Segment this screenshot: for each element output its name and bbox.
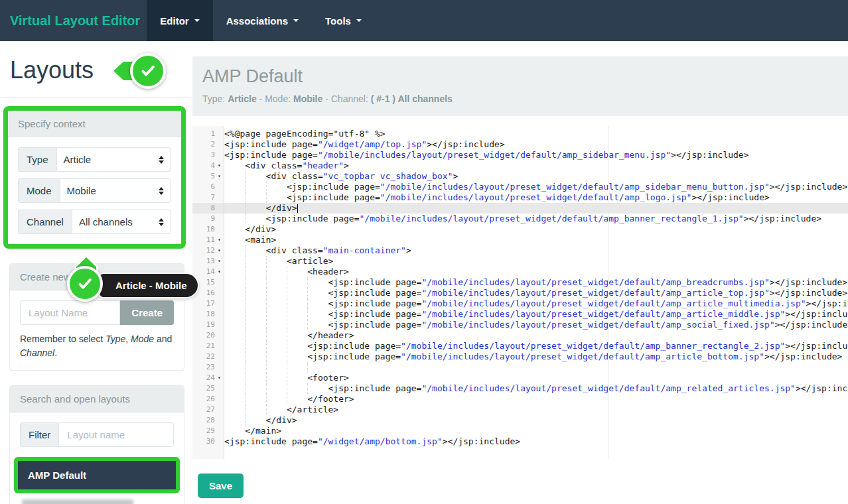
indent-guide	[245, 182, 246, 192]
line-number: 20	[192, 330, 215, 341]
specify-context-header: Specify context	[8, 111, 181, 137]
code-line: <jsp:include page="/mobile/includes/layo…	[224, 351, 848, 362]
indent-guide	[307, 362, 308, 373]
indent-guide	[266, 341, 267, 351]
indent-guide	[266, 277, 267, 288]
gutter-line: 28	[192, 415, 224, 426]
indent-guide	[307, 309, 308, 320]
code-line: </div>	[224, 224, 848, 235]
indent-guide	[266, 192, 267, 203]
channel-label: Channel	[18, 210, 72, 234]
check-icon	[139, 62, 157, 80]
filter-input[interactable]	[58, 422, 174, 447]
line-number: 14	[192, 267, 215, 277]
code-line: </main>	[224, 426, 848, 436]
line-number: 5	[192, 171, 215, 182]
channel-select[interactable]: All channels	[72, 210, 171, 234]
gutter-line: 10	[192, 224, 224, 235]
indent-guide	[245, 256, 246, 267]
indent-guide	[245, 341, 246, 351]
line-number: 3	[192, 150, 215, 160]
indent-guide	[245, 383, 246, 394]
indent-guide	[287, 383, 287, 394]
line-number: 24	[192, 373, 215, 383]
gutter-line: 9	[192, 214, 224, 224]
top-navbar: Virtual Layout Editor EditorAssociations…	[0, 0, 848, 41]
line-number: 25	[192, 383, 215, 394]
fold-arrow-icon[interactable]: ▾	[215, 235, 224, 245]
nav-item-associations[interactable]: Associations	[213, 0, 312, 41]
code-line: <jsp:include page="/mobile/includes/layo…	[224, 320, 848, 330]
fold-arrow-icon[interactable]: ▾	[215, 171, 224, 182]
fold-arrow-icon[interactable]: ▾	[215, 373, 224, 383]
divider	[0, 97, 192, 97]
filter-label: Filter	[20, 422, 58, 447]
gutter-line: 4▾	[192, 160, 224, 171]
save-button[interactable]: Save	[198, 473, 244, 498]
type-select[interactable]: Article	[56, 147, 171, 172]
code-line: <jsp:include page="/mobile/includes/layo…	[224, 298, 848, 309]
gutter-line: 25	[192, 383, 224, 394]
code-line: <jsp:include page="/mobile/includes/layo…	[224, 309, 848, 320]
indent-guide	[266, 298, 267, 309]
caret-down-icon	[356, 19, 362, 22]
layouts-check-badge	[130, 53, 166, 89]
create-hint-text: Remember to select Type, Mode and Channe…	[20, 332, 174, 360]
line-number: 13	[192, 256, 215, 267]
nav-item-tools[interactable]: Tools	[312, 0, 375, 41]
indent-guide	[245, 267, 246, 277]
code-editor[interactable]: 1234▾5▾67891011▾12▾13▾14▾151617181920212…	[192, 126, 848, 459]
layout-name-input[interactable]	[20, 300, 120, 325]
context-row-mode: ModeMobile	[18, 178, 171, 203]
fold-arrow-icon[interactable]: ▾	[215, 160, 224, 171]
code-line: <main>	[224, 235, 848, 245]
mode-label: Mode	[18, 178, 60, 203]
indent-guide	[266, 182, 267, 192]
code-line: <article>	[224, 256, 848, 267]
hint-segment: Type	[106, 334, 125, 344]
select-stepper-icon	[159, 218, 164, 226]
indent-guide	[266, 288, 267, 298]
code-line: <jsp:include page="/mobile/includes/layo…	[224, 288, 848, 298]
nav-item-label: Editor	[160, 15, 188, 27]
select-stepper-icon	[159, 156, 164, 164]
gutter-line: 24▾	[192, 373, 224, 383]
gutter-line: 6	[192, 182, 224, 192]
layout-list: AMP Default	[14, 457, 180, 504]
fold-arrow-icon[interactable]: ▾	[215, 245, 224, 256]
fold-arrow-icon[interactable]: ▾	[215, 267, 224, 277]
gutter-line: 8	[192, 203, 224, 214]
layout-context-subtitle: Type: Article - Mode: Mobile - Channel: …	[202, 94, 838, 104]
indent-guide	[245, 171, 246, 182]
mode-select[interactable]: Mobile	[60, 178, 171, 203]
text-cursor	[297, 204, 298, 213]
app-brand[interactable]: Virtual Layout Editor	[0, 0, 147, 41]
indent-guide	[245, 309, 246, 320]
indent-guide	[266, 394, 267, 405]
indent-guide	[287, 373, 287, 383]
code-line: <jsp:include page="/mobile/includes/layo…	[224, 341, 848, 351]
fold-arrow-icon[interactable]: ▾	[215, 256, 224, 267]
layout-header-band: AMP Default Type: Article - Mode: Mobile…	[192, 56, 848, 116]
editor-code-area[interactable]: <%@page pageEncoding="utf-8" %><jsp:incl…	[224, 126, 848, 459]
create-button[interactable]: Create	[120, 300, 174, 325]
gutter-line: 30	[192, 436, 224, 447]
indent-guide	[266, 309, 267, 320]
redacted-text	[22, 499, 133, 504]
line-number: 17	[192, 298, 215, 309]
gutter-line: 7	[192, 192, 224, 203]
layout-list-item[interactable]	[14, 493, 180, 504]
line-number: 22	[192, 351, 215, 362]
hint-segment: ,	[125, 334, 131, 344]
editor-gutter: 1234▾5▾67891011▾12▾13▾14▾151617181920212…	[192, 126, 224, 459]
indent-guide	[245, 277, 246, 288]
layout-list-item[interactable]: AMP Default	[18, 461, 176, 489]
gutter-line: 14▾	[192, 267, 224, 277]
code-line: <div class="main-container">	[224, 245, 848, 256]
gutter-line: 18	[192, 309, 224, 320]
code-line: </footer>	[224, 394, 848, 405]
code-line: </div>	[224, 203, 848, 214]
nav-item-editor[interactable]: Editor	[147, 0, 212, 41]
caret-down-icon	[194, 19, 200, 22]
indent-guide	[245, 351, 246, 362]
